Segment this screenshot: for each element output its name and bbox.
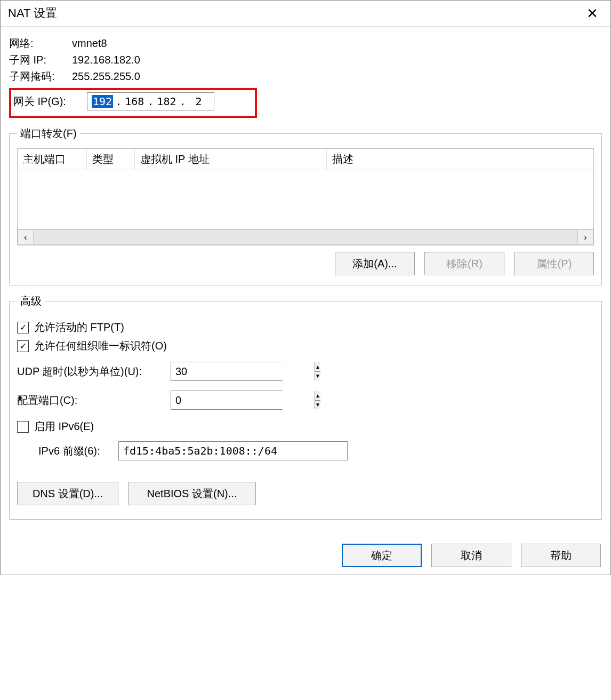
col-host-port[interactable]: 主机端口 [18,149,87,170]
dialog-content: 网络: vmnet8 子网 IP: 192.168.182.0 子网掩码: 25… [1,27,610,530]
ipv6-prefix-row: IPv6 前缀(6): [38,441,594,460]
spin-up-icon[interactable]: ▲ [315,391,320,401]
dialog-title: NAT 设置 [8,5,57,21]
scroll-track[interactable] [34,229,577,245]
close-icon[interactable]: ✕ [582,5,603,22]
table-header: 主机端口 类型 虚拟机 IP 地址 描述 [18,149,593,170]
config-port-input[interactable] [171,391,315,409]
remove-button: 移除(R) [424,252,504,275]
ip-dot: . [177,95,188,108]
subnet-ip-value: 192.168.182.0 [72,54,140,66]
table-body[interactable] [18,170,593,229]
ip-dot: . [113,95,124,108]
spin-down-icon[interactable]: ▼ [315,372,320,381]
enable-ipv6-row: 启用 IPv6(E) [17,419,594,434]
allow-ftp-checkbox[interactable] [17,322,29,333]
col-vm-ip[interactable]: 虚拟机 IP 地址 [135,149,327,170]
enable-ipv6-label: 启用 IPv6(E) [34,419,94,434]
ok-button[interactable]: 确定 [342,544,422,567]
ip-octet-2[interactable]: 168 [124,95,145,108]
subnet-ip-row: 子网 IP: 192.168.182.0 [9,53,602,67]
subnet-mask-row: 子网掩码: 255.255.255.0 [9,69,602,84]
spin-up-icon[interactable]: ▲ [315,362,320,372]
scroll-right-icon[interactable]: › [577,229,593,245]
ip-octet-3[interactable]: 182 [156,95,177,108]
port-forwarding-group: 端口转发(F) 主机端口 类型 虚拟机 IP 地址 描述 ‹ › 添加(A)..… [9,126,602,285]
allow-ftp-label: 允许活动的 FTP(T) [34,320,124,335]
network-label: 网络: [9,36,72,51]
netbios-settings-button[interactable]: NetBIOS 设置(N)... [128,482,256,505]
spinner-buttons: ▲ ▼ [315,391,320,409]
udp-timeout-label: UDP 超时(以秒为单位)(U): [17,364,165,379]
ip-octet-1[interactable]: 192 [92,95,113,108]
advanced-buttons: DNS 设置(D)... NetBIOS 设置(N)... [17,482,594,505]
col-description[interactable]: 描述 [327,149,593,170]
config-port-spinner[interactable]: ▲ ▼ [171,391,283,410]
config-port-row: 配置端口(C): ▲ ▼ [17,391,594,410]
titlebar: NAT 设置 ✕ [1,1,610,27]
subnet-mask-label: 子网掩码: [9,69,72,84]
spin-down-icon[interactable]: ▼ [315,401,320,410]
gateway-label: 网关 IP(G): [13,94,84,109]
port-forwarding-buttons: 添加(A)... 移除(R) 属性(P) [17,252,594,275]
port-forwarding-table[interactable]: 主机端口 类型 虚拟机 IP 地址 描述 ‹ › [17,148,594,245]
enable-ipv6-checkbox[interactable] [17,421,29,433]
gateway-highlight: 网关 IP(G): 192 . 168 . 182 . 2 [9,88,257,118]
subnet-ip-label: 子网 IP: [9,53,72,67]
network-row: 网络: vmnet8 [9,36,602,51]
dns-settings-button[interactable]: DNS 设置(D)... [17,482,118,505]
gateway-ip-input[interactable]: 192 . 168 . 182 . 2 [87,92,214,110]
help-button[interactable]: 帮助 [521,544,601,567]
allow-oui-checkbox[interactable] [17,340,29,352]
udp-timeout-row: UDP 超时(以秒为单位)(U): ▲ ▼ [17,362,594,381]
dialog-footer: 确定 取消 帮助 [1,536,610,575]
table-hscrollbar[interactable]: ‹ › [18,229,593,245]
allow-oui-label: 允许任何组织唯一标识符(O) [34,339,167,353]
ip-dot: . [145,95,156,108]
advanced-legend: 高级 [17,294,45,308]
allow-ftp-row: 允许活动的 FTP(T) [17,320,594,335]
udp-timeout-input[interactable] [171,362,315,380]
ipv6-prefix-input[interactable] [118,441,348,460]
allow-oui-row: 允许任何组织唯一标识符(O) [17,339,594,353]
properties-button: 属性(P) [514,252,594,275]
ip-octet-4[interactable]: 2 [188,95,210,108]
config-port-label: 配置端口(C): [17,393,165,408]
cancel-button[interactable]: 取消 [431,544,511,567]
scroll-left-icon[interactable]: ‹ [18,229,34,245]
udp-timeout-spinner[interactable]: ▲ ▼ [171,362,283,381]
advanced-group: 高级 允许活动的 FTP(T) 允许任何组织唯一标识符(O) UDP 超时(以秒… [9,294,602,520]
spinner-buttons: ▲ ▼ [315,362,320,380]
col-type[interactable]: 类型 [87,149,135,170]
subnet-mask-value: 255.255.255.0 [72,70,140,83]
port-forwarding-legend: 端口转发(F) [17,126,80,141]
nat-settings-dialog: NAT 设置 ✕ 网络: vmnet8 子网 IP: 192.168.182.0… [0,0,611,575]
add-button[interactable]: 添加(A)... [335,252,415,275]
ipv6-prefix-label: IPv6 前缀(6): [38,444,113,458]
network-value: vmnet8 [72,37,107,50]
